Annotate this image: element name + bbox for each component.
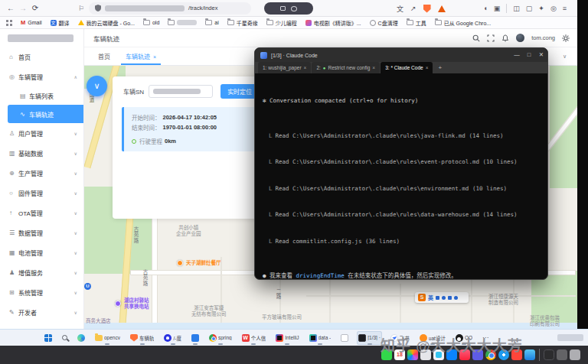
taskbar-chrome[interactable]: spring [207,331,234,345]
taskbar-copilot[interactable] [76,331,87,345]
sidebar-item-user-mgmt[interactable]: ♙用户管理∨ [0,123,83,143]
vehicle-sn-input[interactable] [149,85,213,98]
bookmarks-bar: MGmail 文翻译 我的云端硬盘 - Go... old ai 千星奇缘 少儿… [0,17,577,29]
sidebar-item-system[interactable]: ⊞系统管理∨ [0,282,83,302]
search-icon[interactable] [472,34,480,42]
bell-icon[interactable] [501,34,509,42]
fullscreen-icon[interactable] [487,34,495,42]
sidebar-toggle-icon[interactable]: ◫ [513,5,520,12]
gear-icon[interactable] [562,34,570,42]
sidebar-item-vehicle-list[interactable]: ▤车辆列表 [0,86,83,105]
share-icon[interactable]: ↗ [410,5,416,12]
chat-icon[interactable]: ◖ [483,5,487,12]
bookmark-drive[interactable]: 我的云端硬盘 - Go... [78,19,135,27]
url-bar[interactable]: /track/index [89,2,251,15]
downloads-dock-icon[interactable] [557,349,567,360]
trash-dock-icon[interactable] [570,349,580,360]
taskbar-search[interactable] [60,331,69,345]
sidebar-item-vehicle-track[interactable]: ∿车辆轨迹 [8,105,83,123]
bookmark-disk-clean[interactable]: C盘清理 [370,19,398,27]
sidebar-item-battery[interactable]: ▦电池管理∨ [0,242,83,262]
taskbar-intellij[interactable]: IntelliJ [274,331,300,345]
ime-pen-icon[interactable] [436,296,439,300]
terminal-dock-icon[interactable] [544,349,554,360]
sidebar-item-firmware[interactable]: ○固件管理∨ [0,183,83,203]
sidebar-item-value-added[interactable]: ♟增值服务∨ [0,262,83,282]
forward-button[interactable]: → [17,0,29,17]
tab-close-icon[interactable]: × [372,65,375,70]
battery-station-poi-marker[interactable] [115,301,121,307]
bookmark-folder-blurred[interactable] [168,20,197,25]
restaurant-poi-marker[interactable] [177,260,183,266]
vehicle-cluster-marker[interactable]: ∨ [87,76,107,96]
system-tray-blur[interactable] [557,334,583,341]
username[interactable]: tom.cong [531,34,555,41]
realtime-locate-button[interactable]: 实时定位 [220,84,259,99]
bookmark-folder-kids[interactable]: 少儿编程 [266,19,297,27]
sidebar-item-home[interactable]: ⌂首页 [0,47,83,67]
terminal-output[interactable]: ✻ Conversation compacted (ctrl+o for his… [255,73,547,280]
sidebar-item-base-data[interactable]: ▥基础数据∨ [0,143,83,163]
finder-dock-icon[interactable] [524,349,535,360]
new-tab-button[interactable]: + [433,62,446,73]
sidebar-item-developer[interactable]: ✎开发者∨ [0,302,83,322]
bookmark-folder-qianxing[interactable]: 千星奇缘 [227,19,258,27]
sidebar-item-vehicle-mgmt[interactable]: ◎车辆管理∧ [0,67,83,86]
taskbar-wps[interactable]: W个人信 [240,331,268,345]
taskbar-terminal[interactable]: [1/3] · [357,331,382,345]
terminal-tab-3[interactable]: 3: * Claude Code× [381,62,433,73]
translate-icon[interactable]: 文 [397,4,403,14]
close-button[interactable]: ✕ [535,48,547,62]
warning-triangle-icon[interactable] [438,5,446,12]
menu-button[interactable]: ≡ [563,5,567,12]
taskbar-explorer[interactable]: opencv [93,331,122,345]
bookmark-tv-series[interactable]: 电视剧《精讲版》... [305,19,361,27]
sidebar-item-ota[interactable]: ↑OTA管理∨ [0,203,83,223]
taskbar-notepad[interactable] [339,331,350,345]
pip-pill[interactable] [264,2,313,15]
tabbar-collapse-icon[interactable]: ∨ [563,54,567,65]
taskbar-browser-track[interactable]: 车辆轨 [129,331,156,345]
reload-button[interactable]: ⟳ [29,0,41,17]
folder-icon [205,20,212,25]
tab-close-icon[interactable]: × [304,65,307,70]
tab-vehicle-track[interactable]: 车辆轨迹× [121,52,161,65]
maximize-button[interactable]: □ [523,48,535,62]
bookmark-folder-old[interactable]: old [143,20,159,25]
back-button[interactable]: ← [5,0,17,17]
ime-mode-indicator[interactable]: 英 [428,294,433,301]
taskbar-baidu[interactable]: /-度 [162,331,182,345]
map-company-label: 浙江优奥包装印刷有限公司 [530,315,560,327]
terminal-tab-1[interactable]: 1: wushijia_paper× [258,62,311,73]
sidebar-item-production[interactable]: ⊕生产管理∨ [0,163,83,183]
ime-mic-icon[interactable] [442,296,446,300]
transit-poi-marker[interactable]: U [84,283,91,290]
bookmark-gmail[interactable]: MGmail [21,19,42,26]
avatar[interactable] [516,34,524,42]
taskbar-app-blue[interactable] [190,331,201,345]
start-button[interactable] [43,331,54,345]
tab-close-icon[interactable]: × [153,54,156,60]
ime-keyboard-icon[interactable] [448,296,452,300]
bookmark-flag-icon[interactable]: ⚐ [78,5,84,12]
tab-close-icon[interactable]: × [426,65,429,70]
tab-home[interactable]: 首页 [93,52,115,65]
adguard-shield-icon[interactable] [423,5,431,13]
minimize-button[interactable]: — [511,48,523,62]
extensions-icon[interactable]: ✦ [538,5,544,12]
account-icon[interactable]: ◎ [550,5,557,12]
bookmark-folder-imported[interactable]: 已从 Google Chro... [435,19,491,27]
bookmark-translate[interactable]: 文翻译 [51,19,70,27]
terminal-tab-2[interactable]: 2:●Restrict new config× [312,62,380,73]
ime-toolbox-icon[interactable] [454,296,458,300]
watermark: 知乎 @大大大大大芳 [381,334,523,355]
bookmark-folder-ai[interactable]: ai [205,20,218,25]
sidebar-item-data-mgmt[interactable]: ☰数据管理∨ [0,223,83,242]
bookmark-folder-tools[interactable]: 工具 [407,19,426,27]
container-icon[interactable]: ▣ [494,5,501,12]
apps-grid-icon[interactable] [6,20,12,26]
ime-toolbar[interactable]: S 英 [415,292,469,303]
taskbar-datagrip[interactable]: data - [308,331,333,345]
downloads-icon[interactable]: ▢ [526,5,533,12]
terminal-titlebar[interactable]: [1/3] · Claude Code — □ ✕ [255,48,547,62]
